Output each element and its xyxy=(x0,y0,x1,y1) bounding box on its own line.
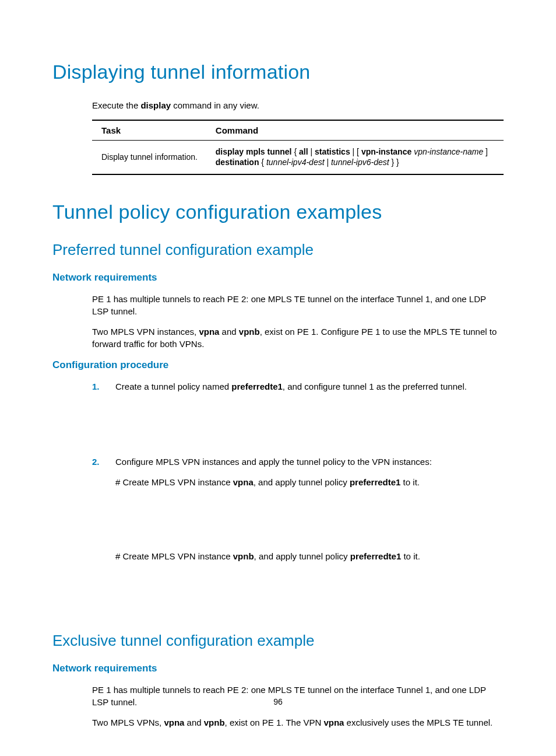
step1-b1: preferredte1 xyxy=(231,382,283,391)
s2s2-t1: # Create MPLS VPN instance xyxy=(115,551,233,561)
s2s2-b1: vpnb xyxy=(233,551,254,561)
pref-p2: Two MPLS VPN instances, vpna and vpnb, e… xyxy=(92,326,504,350)
pref-p1: PE 1 has multiple tunnels to reach PE 2:… xyxy=(92,293,504,317)
td-command: display mpls tunnel { all | statistics |… xyxy=(216,140,504,174)
excl-p2-t1: Two MPLS VPNs, xyxy=(92,718,164,727)
intro-pre: Execute the xyxy=(92,100,140,110)
spacer xyxy=(92,397,504,456)
step-2-num: 2. xyxy=(92,456,115,471)
cmd-p9: vpn-instance-name xyxy=(414,147,483,156)
heading-displaying-tunnel-info: Displaying tunnel information xyxy=(52,58,504,86)
excl-p2-t4: exclusively uses the MPLS TE tunnel. xyxy=(344,718,492,727)
cmd-p15: tunnel-ipv6-dest xyxy=(331,158,389,167)
td-task: Display tunnel information. xyxy=(92,140,216,174)
command-table: Task Command Display tunnel information.… xyxy=(92,120,504,176)
cmd-p10: ] xyxy=(483,147,488,156)
excl-p2-t2: and xyxy=(184,718,203,727)
intro-paragraph: Execute the display command in any view. xyxy=(92,99,504,111)
s2s1-b2: preferredte1 xyxy=(350,477,401,487)
spacer-3 xyxy=(52,566,504,630)
excl-p2-b1: vpna xyxy=(164,718,184,727)
cmd-p16: } } xyxy=(389,158,399,167)
step-1: 1. Create a tunnel policy named preferre… xyxy=(92,380,504,393)
page-content: Displaying tunnel information Execute th… xyxy=(0,0,556,729)
step-2: 2. Configure MPLS VPN instances and appl… xyxy=(92,456,504,471)
step1-t2: , and configure tunnel 1 as the preferre… xyxy=(283,382,467,391)
pref-p2-t2: and xyxy=(219,327,238,337)
heading-preferred-example: Preferred tunnel configuration example xyxy=(52,239,504,260)
cmd-p1: display mpls tunnel xyxy=(216,147,292,156)
step2-sub1: # Create MPLS VPN instance vpna, and app… xyxy=(115,476,504,488)
s2s1-b1: vpna xyxy=(233,477,254,487)
s2s2-b2: preferredte1 xyxy=(350,551,402,561)
cmd-p14: | xyxy=(325,158,331,167)
intro-bold: display xyxy=(140,100,171,110)
pref-p2-b1: vpna xyxy=(199,327,219,337)
heading-exclusive-example: Exclusive tunnel configuration example xyxy=(52,630,504,651)
pref-p2-b2: vpnb xyxy=(239,327,260,337)
step2-sub2: # Create MPLS VPN instance vpnb, and app… xyxy=(115,550,504,562)
th-task: Task xyxy=(92,120,216,141)
s2s1-t2: , and apply tunnel policy xyxy=(254,477,350,487)
preferred-netreq-body: PE 1 has multiple tunnels to reach PE 2:… xyxy=(92,293,504,350)
procedure-body: 1. Create a tunnel policy named preferre… xyxy=(92,380,504,562)
step-1-num: 1. xyxy=(92,380,115,393)
cmd-p2: { xyxy=(292,147,299,156)
cmd-p7: vpn-instance xyxy=(361,147,411,156)
excl-p2-b3: vpna xyxy=(323,718,344,727)
spacer-2 xyxy=(92,492,504,550)
heading-tunnel-policy-examples: Tunnel policy configuration examples xyxy=(52,198,504,226)
heading-configuration-procedure: Configuration procedure xyxy=(52,358,504,372)
page-number: 96 xyxy=(0,696,556,708)
s2s2-t3: to it. xyxy=(401,551,420,561)
step-2-body: Configure MPLS VPN instances and apply t… xyxy=(115,456,504,471)
heading-network-requirements-1: Network requirements xyxy=(52,271,504,285)
cmd-p3: all xyxy=(299,147,308,156)
cmd-p13: tunnel-ipv4-dest xyxy=(266,158,325,167)
cmd-p12: { xyxy=(259,158,266,167)
cmd-p5: statistics xyxy=(315,147,350,156)
heading-network-requirements-2: Network requirements xyxy=(52,662,504,676)
cmd-p6: | [ xyxy=(350,147,361,156)
step2-line: Configure MPLS VPN instances and apply t… xyxy=(115,456,504,468)
pref-p2-t1: Two MPLS VPN instances, xyxy=(92,327,199,337)
s2s1-t1: # Create MPLS VPN instance xyxy=(115,477,233,487)
excl-p2: Two MPLS VPNs, vpna and vpnb, exist on P… xyxy=(92,716,504,729)
cmd-p4: | xyxy=(308,147,315,156)
s2s1-t3: to it. xyxy=(400,477,420,487)
cmd-p11: destination xyxy=(216,158,259,167)
s2s2-t2: , and apply tunnel policy xyxy=(254,551,350,561)
command-table-wrap: Task Command Display tunnel information.… xyxy=(92,120,504,176)
excl-p2-b2: vpnb xyxy=(204,718,225,727)
table-row: Display tunnel information. display mpls… xyxy=(92,140,504,174)
step1-t1: Create a tunnel policy named xyxy=(115,382,231,391)
intro-post: command in any view. xyxy=(171,100,259,110)
th-command: Command xyxy=(216,120,504,141)
step-1-body: Create a tunnel policy named preferredte… xyxy=(115,380,504,393)
excl-p2-t3: , exist on PE 1. The VPN xyxy=(225,718,324,727)
